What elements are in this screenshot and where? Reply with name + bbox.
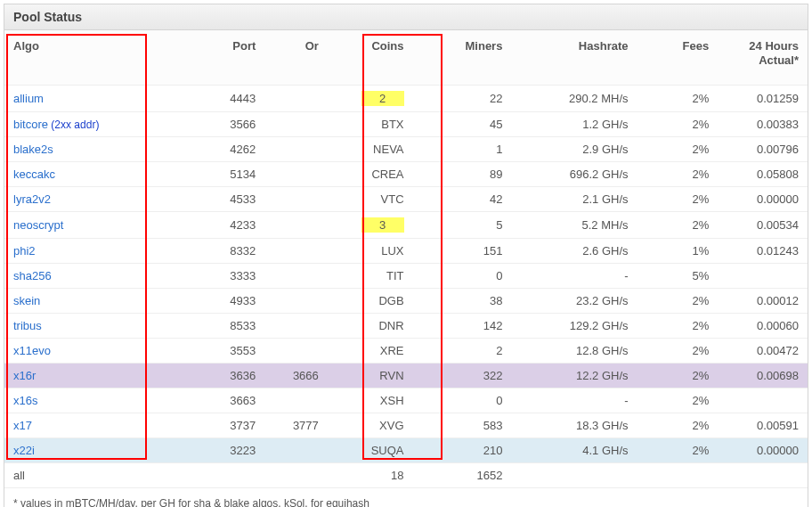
cell-miners: 42 xyxy=(413,187,512,212)
cell-port xyxy=(157,463,264,488)
table-header-row: Algo Port Or Coins Miners Hashrate Fees … xyxy=(4,30,808,86)
cell-hashrate: - xyxy=(511,264,637,289)
cell-algo: all xyxy=(4,463,157,488)
cell-actual xyxy=(718,388,808,413)
table-row: keccakc5134CREA89696.2 GH/s2%0.05808 xyxy=(4,162,808,187)
cell-coins: LUX xyxy=(328,239,413,264)
cell-hashrate: - xyxy=(511,388,637,413)
cell-algo: x22i xyxy=(4,438,157,463)
cell-coins: XVG xyxy=(328,413,413,438)
cell-or xyxy=(264,289,328,314)
table-row: x16s3663XSH0-2% xyxy=(4,388,808,413)
cell-or xyxy=(264,137,328,162)
table-row-total: all181652 xyxy=(4,463,808,488)
cell-algo: tribus xyxy=(4,314,157,339)
cell-or xyxy=(264,187,328,212)
algo-link[interactable]: sha256 xyxy=(13,269,52,282)
cell-miners: 45 xyxy=(413,112,512,137)
table-row: sha2563333TIT0-5% xyxy=(4,264,808,289)
table-row: x22i3223SUQA2104.1 GH/s2%0.00000 xyxy=(4,438,808,463)
cell-or xyxy=(264,463,328,488)
cell-or xyxy=(264,112,328,137)
algo-link[interactable]: bitcore xyxy=(13,118,48,131)
cell-fees: 2% xyxy=(637,212,719,239)
cell-actual: 0.00060 xyxy=(718,314,808,339)
cell-miners: 210 xyxy=(413,438,512,463)
algo-link[interactable]: blake2s xyxy=(13,143,53,156)
cell-coins: XSH xyxy=(328,388,413,413)
cell-algo: phi2 xyxy=(4,239,157,264)
cell-algo: x16r xyxy=(4,364,157,388)
table-row: neoscrypt4233355.2 MH/s2%0.00534 xyxy=(4,212,808,239)
cell-coins: XRE xyxy=(328,339,413,364)
cell-miners: 2 xyxy=(413,339,512,364)
algo-link[interactable]: x16s xyxy=(13,394,37,407)
cell-miners: 22 xyxy=(413,86,512,112)
cell-miners: 89 xyxy=(413,162,512,187)
cell-coins: 3 xyxy=(328,212,413,239)
cell-port: 3553 xyxy=(157,339,264,364)
table-row: allium4443222290.2 MH/s2%0.01259 xyxy=(4,86,808,112)
col-coins[interactable]: Coins xyxy=(328,30,413,86)
cell-algo: x16s xyxy=(4,388,157,413)
cell-algo: blake2s xyxy=(4,137,157,162)
cell-actual: 0.05808 xyxy=(718,162,808,187)
cell-or: 3666 xyxy=(264,364,328,388)
cell-coins: DGB xyxy=(328,289,413,314)
algo-link[interactable]: skein xyxy=(13,294,40,307)
col-miners[interactable]: Miners xyxy=(413,30,512,86)
cell-port: 3333 xyxy=(157,264,264,289)
algo-link[interactable]: x16r xyxy=(13,369,36,382)
cell-or: 3777 xyxy=(264,413,328,438)
cell-algo: x11evo xyxy=(4,339,157,364)
table-row: blake2s4262NEVA12.9 GH/s2%0.00796 xyxy=(4,137,808,162)
algo-link[interactable]: allium xyxy=(13,92,44,105)
col-actual[interactable]: 24 Hours Actual* xyxy=(718,30,808,86)
cell-fees: 2% xyxy=(637,364,719,388)
cell-algo: sha256 xyxy=(4,264,157,289)
algo-link[interactable]: neoscrypt xyxy=(13,218,63,232)
cell-miners: 38 xyxy=(413,289,512,314)
col-hashrate[interactable]: Hashrate xyxy=(511,30,637,86)
pool-status-table: Algo Port Or Coins Miners Hashrate Fees … xyxy=(4,30,808,488)
col-fees[interactable]: Fees xyxy=(637,30,719,86)
cell-miners: 142 xyxy=(413,314,512,339)
table-row: tribus8533DNR142129.2 GH/s2%0.00060 xyxy=(4,314,808,339)
cell-port: 3636 xyxy=(157,364,264,388)
algo-link[interactable]: keccakc xyxy=(13,168,55,181)
cell-coins: BTX xyxy=(328,112,413,137)
cell-algo: x17 xyxy=(4,413,157,438)
cell-miners: 1 xyxy=(413,137,512,162)
col-or[interactable]: Or xyxy=(264,30,328,86)
cell-port: 3566 xyxy=(157,112,264,137)
cell-fees: 1% xyxy=(637,239,719,264)
algo-link[interactable]: x17 xyxy=(13,419,32,432)
col-algo[interactable]: Algo xyxy=(4,30,157,86)
table-row: x1737373777XVG58318.3 GH/s2%0.00591 xyxy=(4,413,808,438)
cell-algo: bitcore (2xx addr) xyxy=(4,112,157,137)
cell-miners: 5 xyxy=(413,212,512,239)
algo-link[interactable]: x22i xyxy=(13,444,35,457)
table-row: skein4933DGB3823.2 GH/s2%0.00012 xyxy=(4,289,808,314)
cell-fees: 2% xyxy=(637,137,719,162)
cell-port: 4933 xyxy=(157,289,264,314)
cell-hashrate xyxy=(511,463,637,488)
algo-link[interactable]: x11evo xyxy=(13,344,51,357)
cell-or xyxy=(264,314,328,339)
cell-port: 5134 xyxy=(157,162,264,187)
algo-link[interactable]: lyra2v2 xyxy=(13,192,51,206)
cell-actual xyxy=(718,264,808,289)
cell-hashrate: 23.2 GH/s xyxy=(511,289,637,314)
cell-actual: 0.00796 xyxy=(718,137,808,162)
table-row: lyra2v24533VTC422.1 GH/s2%0.00000 xyxy=(4,187,808,212)
cell-port: 4262 xyxy=(157,137,264,162)
cell-or xyxy=(264,86,328,112)
col-port[interactable]: Port xyxy=(157,30,264,86)
table-row: bitcore (2xx addr)3566BTX451.2 GH/s2%0.0… xyxy=(4,112,808,137)
cell-hashrate: 2.6 GH/s xyxy=(511,239,637,264)
algo-link[interactable]: phi2 xyxy=(13,244,36,258)
cell-coins: SUQA xyxy=(328,438,413,463)
cell-algo: keccakc xyxy=(4,162,157,187)
algo-link[interactable]: tribus xyxy=(13,319,42,332)
panel-title: Pool Status xyxy=(4,4,808,30)
